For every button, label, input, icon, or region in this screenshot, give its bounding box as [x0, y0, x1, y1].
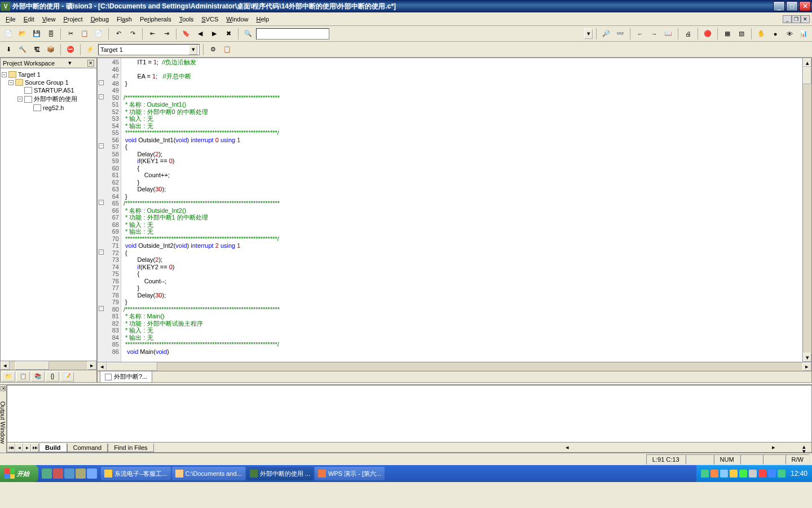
find-icon[interactable]: 🔎: [600, 28, 612, 40]
hscroll-thumb[interactable]: [107, 362, 157, 371]
workspace-pin-icon[interactable]: ▾: [68, 59, 72, 67]
fold-icon[interactable]: −: [99, 249, 104, 255]
scroll-left-icon[interactable]: ◂: [98, 362, 107, 371]
output-text-area[interactable]: [7, 386, 811, 442]
find-in-files-icon[interactable]: 🔍: [242, 28, 254, 40]
menu-tools[interactable]: Tools: [176, 15, 197, 24]
bookmark-clear-icon[interactable]: ✖: [222, 28, 235, 40]
ws-tab-regs[interactable]: 📋: [16, 371, 30, 382]
output-nav-first-icon[interactable]: ⏮: [7, 443, 15, 452]
output-nav-last-icon[interactable]: ⏭: [31, 443, 39, 452]
editor-file-tab[interactable]: 外部中断?...: [100, 371, 152, 382]
vscroll-thumb[interactable]: [803, 67, 811, 84]
output-panel-handle[interactable]: ✕ Output Window: [0, 385, 7, 453]
incremental-find-icon[interactable]: 👓: [614, 28, 626, 40]
taskbar-app-wps[interactable]: WPS 演示 - [第六...: [315, 467, 385, 480]
tray-icon[interactable]: [749, 470, 757, 478]
project-tree[interactable]: − Target 1 − Source Group 1 STARTUP.A51 …: [1, 68, 96, 361]
taskbar-clock[interactable]: 12:40: [791, 470, 807, 478]
manage-icon[interactable]: 📋: [221, 43, 233, 56]
bookmark-toggle-icon[interactable]: 🔖: [180, 28, 192, 40]
taskbar-app-keil[interactable]: 外部中断的使用 ...: [246, 467, 314, 480]
close-button[interactable]: ✕: [799, 1, 811, 11]
output-tab-find[interactable]: Find in Files: [108, 444, 153, 452]
menu-svcs[interactable]: SVCS: [198, 15, 222, 24]
bookmark-next-icon[interactable]: ▶: [208, 28, 220, 40]
target-selector-arrow[interactable]: ▾: [189, 45, 197, 55]
mdi-minimize-button[interactable]: _: [783, 15, 792, 23]
scroll-up-icon[interactable]: ▴: [803, 58, 811, 67]
tray-icon[interactable]: [730, 470, 738, 478]
ws-tab-books[interactable]: 📚: [31, 371, 45, 382]
start-button[interactable]: 开始: [0, 465, 38, 482]
stack-icon[interactable]: 📊: [797, 28, 810, 40]
output-scroll-down-icon[interactable]: ▾: [802, 448, 811, 452]
menu-peripherals[interactable]: Peripherals: [136, 15, 175, 24]
ws-tab-templ[interactable]: 📝: [60, 371, 74, 382]
nav-forward-icon[interactable]: →: [648, 28, 660, 40]
undo-icon[interactable]: ↶: [112, 28, 125, 40]
scroll-thumb[interactable]: [15, 361, 49, 370]
nav-book-icon[interactable]: 📖: [662, 28, 674, 40]
bookmark-prev-icon[interactable]: ◀: [194, 28, 206, 40]
watch-icon[interactable]: 👁: [783, 28, 796, 40]
taskbar-app-browser[interactable]: 东流电子--客服工...: [101, 467, 171, 480]
paste-icon[interactable]: 📄: [92, 28, 105, 40]
quick-launch-icon[interactable]: [64, 468, 74, 479]
tray-icon[interactable]: [701, 470, 709, 478]
code-area[interactable]: IT1 = 1; //负边沿触发 EA = 1; //开总中断 } /*****…: [121, 58, 802, 362]
fold-icon[interactable]: −: [99, 80, 104, 85]
output-nav-next-icon[interactable]: ▸: [23, 443, 31, 452]
tray-icon[interactable]: [739, 470, 747, 478]
options-icon[interactable]: ⚙: [207, 43, 219, 56]
workspace-close-button[interactable]: ✕: [87, 60, 94, 67]
output-tab-command[interactable]: Command: [67, 444, 108, 452]
output-close-button[interactable]: ✕: [1, 386, 6, 391]
menu-project[interactable]: Project: [60, 15, 86, 24]
scroll-right-icon[interactable]: ▸: [802, 362, 811, 371]
build-batch-icon[interactable]: 📦: [45, 43, 57, 56]
fold-icon[interactable]: −: [99, 143, 104, 148]
open-file-icon[interactable]: 📂: [16, 28, 29, 40]
menu-file[interactable]: File: [2, 15, 19, 24]
output-scroll-up-icon[interactable]: ▴: [802, 443, 811, 448]
target-selector[interactable]: Target 1 ▾: [98, 44, 200, 55]
menu-window[interactable]: Window: [223, 15, 251, 24]
redo-icon[interactable]: ↷: [126, 28, 139, 40]
editor-hscroll[interactable]: ◂ ▸: [98, 362, 811, 371]
tray-icon[interactable]: [758, 470, 766, 478]
tree-file-main-c[interactable]: − 外部中断的使用: [2, 94, 95, 104]
fold-icon[interactable]: −: [99, 306, 104, 311]
fold-icon[interactable]: −: [99, 94, 104, 99]
tray-icon[interactable]: [720, 470, 728, 478]
output-scroll-right-icon[interactable]: ▸: [772, 444, 775, 451]
breakpoint-icon[interactable]: ●: [769, 28, 782, 40]
find-combo-arrow[interactable]: ▾: [584, 29, 593, 39]
tray-icon[interactable]: [778, 470, 785, 478]
indent-right-icon[interactable]: ⇥: [160, 28, 173, 40]
ws-tab-func[interactable]: {}: [46, 371, 59, 382]
rebuild-all-icon[interactable]: 🏗: [30, 43, 43, 56]
copy-icon[interactable]: 📋: [78, 28, 91, 40]
indent-left-icon[interactable]: ⇤: [146, 28, 158, 40]
tray-icon[interactable]: [710, 470, 718, 478]
window-tile-icon[interactable]: ▧: [735, 28, 748, 40]
quick-launch-icon[interactable]: [76, 468, 86, 479]
expand-icon[interactable]: −: [2, 72, 7, 77]
quick-launch-icon[interactable]: [87, 468, 97, 479]
expand-icon[interactable]: −: [8, 80, 14, 85]
output-nav-prev-icon[interactable]: ◂: [15, 443, 23, 452]
nav-back-icon[interactable]: ←: [634, 28, 646, 40]
window-arrange-icon[interactable]: ▦: [721, 28, 734, 40]
menu-debug[interactable]: Debug: [87, 15, 112, 24]
mdi-restore-button[interactable]: ❐: [792, 15, 801, 23]
scroll-down-icon[interactable]: ▾: [803, 353, 811, 362]
menu-flash[interactable]: Flash: [113, 15, 135, 24]
fold-icon[interactable]: −: [99, 200, 104, 205]
print-icon[interactable]: 🖨: [682, 28, 694, 40]
menu-help[interactable]: Help: [253, 15, 272, 24]
scroll-right-icon[interactable]: ▸: [87, 361, 96, 370]
tree-target[interactable]: − Target 1: [2, 71, 95, 78]
tray-icon[interactable]: [768, 470, 776, 478]
menu-view[interactable]: View: [39, 15, 59, 24]
